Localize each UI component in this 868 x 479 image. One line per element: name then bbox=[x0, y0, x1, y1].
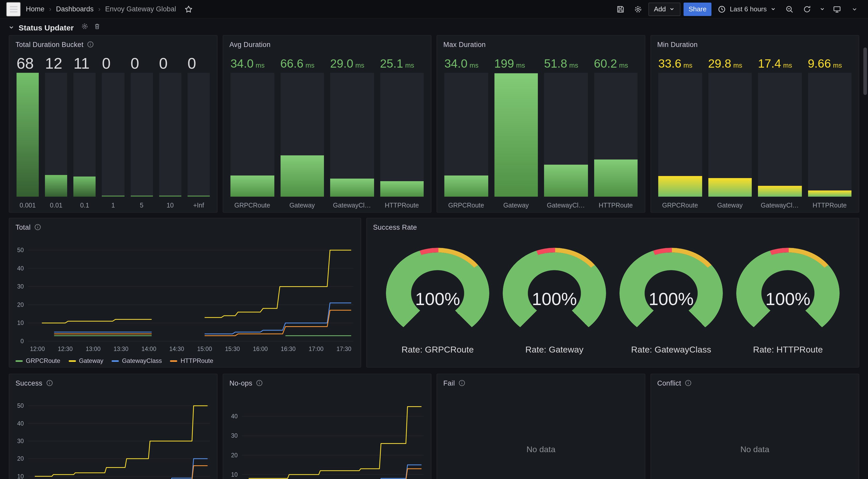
bar-value: 33.6ms bbox=[658, 54, 702, 73]
bar-fill bbox=[280, 156, 324, 197]
breadcrumb-current[interactable]: Envoy Gateway Global bbox=[105, 5, 176, 13]
bar-gauge-column: 110.1 bbox=[74, 54, 96, 209]
bar-gauge-column: 34.0msGRPCRoute bbox=[230, 54, 274, 209]
timeseries-noops: 01020304012:0013:0014:0015:0016:0017:00 bbox=[223, 392, 431, 479]
bar-category-label: 0.01 bbox=[45, 197, 67, 209]
panel-header[interactable]: Success bbox=[9, 374, 217, 392]
svg-text:14:30: 14:30 bbox=[169, 346, 184, 352]
bar-track bbox=[594, 73, 638, 197]
panel-success-rate: Success Rate 100%Rate: GRPCRoute100%Rate… bbox=[366, 218, 859, 368]
star-icon[interactable] bbox=[181, 2, 196, 16]
bar-category-label: 5 bbox=[130, 197, 153, 209]
panel-header[interactable]: Fail bbox=[437, 374, 645, 392]
bar-category-label: 0.1 bbox=[74, 197, 96, 209]
svg-text:30: 30 bbox=[17, 283, 24, 290]
no-data-region: No data bbox=[437, 392, 645, 479]
gauge-visual: 100% bbox=[619, 248, 723, 339]
bar-category-label: GatewayCl… bbox=[758, 197, 802, 209]
bar-value: 0 bbox=[188, 54, 210, 73]
row-delete-trash-icon[interactable] bbox=[93, 23, 100, 32]
legend-item-gateway[interactable]: Gateway bbox=[68, 357, 103, 365]
panel-max-duration: Max Duration 34.0msGRPCRoute199msGateway… bbox=[437, 35, 645, 213]
bar-track bbox=[544, 73, 588, 197]
bar-track bbox=[230, 73, 274, 197]
panel-header[interactable]: No-ops bbox=[223, 374, 431, 392]
bar-category-label: +Inf bbox=[188, 197, 210, 209]
legend-item-httproute[interactable]: HTTPRoute bbox=[170, 357, 213, 365]
bar-track bbox=[74, 73, 96, 197]
info-icon[interactable] bbox=[685, 379, 692, 387]
top-nav: Home › Dashboards › Envoy Gateway Global… bbox=[0, 0, 868, 19]
save-icon[interactable] bbox=[613, 2, 627, 16]
collapse-nav-chevron-icon[interactable] bbox=[847, 2, 862, 16]
info-icon[interactable] bbox=[256, 379, 263, 387]
chevron-down-icon bbox=[770, 6, 776, 12]
bar-value: 29.0ms bbox=[330, 54, 374, 73]
row-collapse-chevron-icon[interactable] bbox=[8, 24, 14, 30]
bar-gauge-column: 199msGateway bbox=[494, 54, 538, 209]
row-settings-gear-icon[interactable] bbox=[81, 23, 88, 32]
breadcrumb-dashboards[interactable]: Dashboards bbox=[56, 5, 94, 13]
panel-title: Conflict bbox=[657, 379, 681, 387]
bar-value: 66.6ms bbox=[280, 54, 324, 73]
panel-avg-duration: Avg Duration 34.0msGRPCRoute66.6msGatewa… bbox=[223, 35, 431, 213]
legend-item-grpcroute[interactable]: GRPCRoute bbox=[16, 357, 60, 365]
info-icon[interactable] bbox=[87, 41, 94, 48]
refresh-icon[interactable] bbox=[800, 2, 814, 16]
bar-fill bbox=[330, 179, 374, 197]
panel-title: Fail bbox=[443, 379, 455, 387]
panel-header[interactable]: Min Duration bbox=[651, 36, 859, 53]
bar-gauge-max: 34.0msGRPCRoute199msGateway51.8msGateway… bbox=[437, 53, 645, 212]
bar-category-label: GatewayCl… bbox=[330, 197, 374, 209]
panel-total: Total 0102030405012:0012:3013:0013:3014:… bbox=[9, 218, 361, 368]
panel-header[interactable]: Total Duration Bucket bbox=[9, 36, 217, 53]
panel-title: Success Rate bbox=[373, 223, 417, 231]
bar-track bbox=[758, 73, 802, 197]
bar-value: 199ms bbox=[494, 54, 538, 73]
info-icon[interactable] bbox=[459, 379, 466, 387]
timeseries-plot[interactable]: 01020304012:0013:0014:0015:0016:0017:00 bbox=[223, 392, 431, 479]
breadcrumb-home[interactable]: Home bbox=[26, 5, 44, 13]
row-title[interactable]: Status Updater bbox=[19, 23, 74, 32]
panel-header[interactable]: Max Duration bbox=[437, 36, 645, 53]
bar-category-label: HTTPRoute bbox=[380, 197, 424, 209]
panel-conflict: Conflict No data bbox=[650, 374, 859, 479]
bar-fill bbox=[808, 191, 851, 197]
add-button[interactable]: Add bbox=[648, 2, 680, 16]
panel-title: Total bbox=[16, 223, 31, 231]
bar-gauge-bucket: 680.001120.01110.101050100+Inf bbox=[9, 53, 217, 212]
timeseries-plot[interactable]: 0102030405012:0012:3013:0013:3014:0014:3… bbox=[9, 236, 361, 354]
time-range-picker[interactable]: Last 6 hours bbox=[715, 2, 779, 16]
panel-header[interactable]: Success Rate bbox=[367, 218, 859, 236]
panel-header[interactable]: Conflict bbox=[651, 374, 859, 392]
kiosk-monitor-icon[interactable] bbox=[830, 2, 844, 16]
bar-track bbox=[380, 73, 424, 197]
bar-category-label: GRPCRoute bbox=[444, 197, 488, 209]
bar-track bbox=[708, 73, 752, 197]
legend: GRPCRouteGatewayGatewayClassHTTPRoute bbox=[9, 354, 361, 367]
info-icon[interactable] bbox=[34, 224, 41, 231]
bar-value: 0 bbox=[102, 54, 124, 73]
bar-category-label: Gateway bbox=[494, 197, 538, 209]
row-header-status-updater[interactable]: Status Updater bbox=[0, 19, 868, 35]
bar-track bbox=[658, 73, 702, 197]
no-data-text: No data bbox=[740, 445, 769, 454]
legend-item-gatewayclass[interactable]: GatewayClass bbox=[112, 357, 162, 365]
zoom-out-icon[interactable] bbox=[782, 2, 797, 16]
share-button[interactable]: Share bbox=[684, 2, 712, 16]
scrollbar-thumb[interactable] bbox=[863, 47, 867, 95]
bar-value: 34.0ms bbox=[230, 54, 274, 73]
settings-gear-icon[interactable] bbox=[630, 2, 645, 16]
info-icon[interactable] bbox=[46, 379, 53, 387]
bar-track bbox=[330, 73, 374, 197]
gauge: 100%Rate: GRPCRoute bbox=[386, 248, 489, 355]
bar-gauge-column: 010 bbox=[159, 54, 181, 209]
bar-value: 0 bbox=[159, 54, 181, 73]
timeseries-plot[interactable]: 0102030405012:0013:0014:0015:0016:0017:0… bbox=[9, 392, 217, 479]
panel-header[interactable]: Total bbox=[9, 218, 361, 236]
bar-category-label: HTTPRoute bbox=[594, 197, 638, 209]
menu-icon[interactable] bbox=[6, 2, 21, 16]
panel-header[interactable]: Avg Duration bbox=[223, 36, 431, 53]
panel-title: Max Duration bbox=[443, 40, 486, 48]
refresh-interval-chevron-icon[interactable] bbox=[817, 2, 827, 16]
